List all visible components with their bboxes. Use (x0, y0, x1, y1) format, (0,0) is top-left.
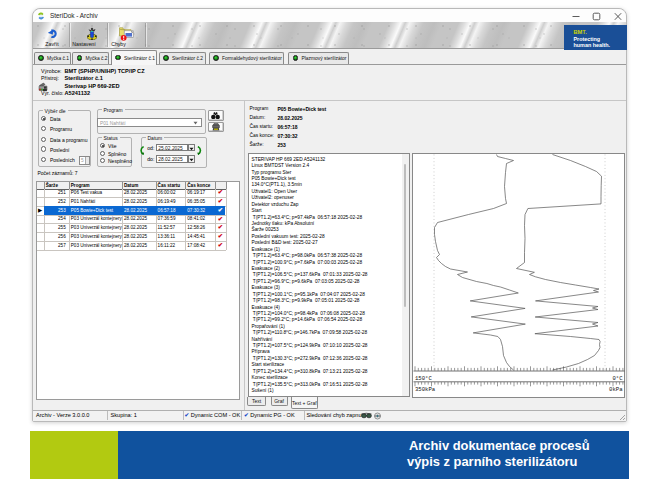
svg-text:0°C: 0°C (612, 374, 623, 381)
svg-text:350kPa: 350kPa (415, 386, 436, 393)
svg-text:0kPa: 0kPa (609, 386, 623, 393)
svg-text:150°C: 150°C (415, 374, 432, 381)
